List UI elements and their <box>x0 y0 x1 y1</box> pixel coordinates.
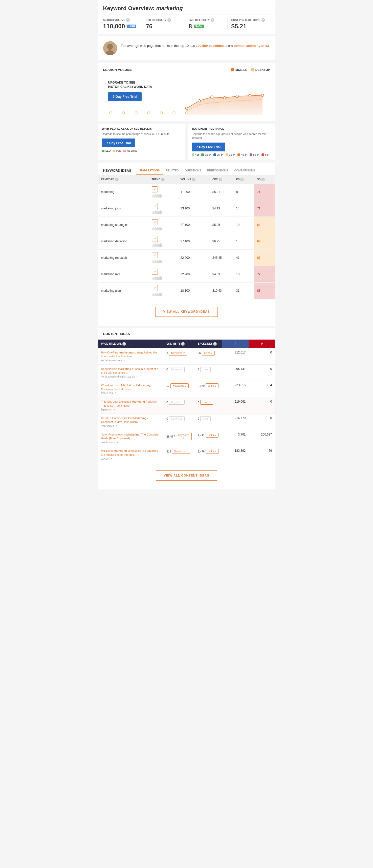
links-button[interactable]: Links ∨ <box>200 400 213 405</box>
keywords-button[interactable]: Keywords ∨ <box>172 449 190 454</box>
keyword-link-icon[interactable]: ↗ <box>152 269 158 275</box>
visits-cell: 0 Keywords <box>163 413 195 430</box>
view-all-keywords-button[interactable]: VIEW ALL KEYWORD IDEAS <box>155 307 218 317</box>
seo-difficulty-info-icon[interactable]: ? <box>167 18 171 22</box>
pd-col-info[interactable]: ? <box>240 178 244 181</box>
chart-trial-button[interactable]: 7-Day Free Trial <box>108 92 142 101</box>
svg-point-16 <box>173 112 175 114</box>
volume-cell: 18,100 <box>177 282 209 299</box>
col-facebook: f <box>222 340 248 348</box>
svg-point-8 <box>236 95 238 97</box>
facebook-cell: 216,770 <box>222 413 248 430</box>
keyword-link-icon[interactable]: ↗ <box>152 203 158 209</box>
tab-related[interactable]: RELATED <box>163 166 181 175</box>
keyword-cell: marketing jobs <box>98 200 149 216</box>
page-url: forbes.com ↗ <box>101 392 161 395</box>
table-row: marketing research ↗ 22,200 $45.45 41 67 <box>98 249 275 266</box>
keyword-tabs: SUGGESTIONS RELATED QUESTIONS PREPOSITIO… <box>136 166 258 175</box>
tab-questions[interactable]: QUESTIONS <box>182 166 204 175</box>
table-row: Head Of Commercial And Marketing - Conna… <box>98 413 275 430</box>
trend-col-info[interactable]: ? <box>161 178 165 181</box>
page-title-link[interactable]: Need flexible marketing or admin support… <box>101 367 161 375</box>
page-title-cell: Head Of Commercial And Marketing - Conna… <box>98 413 164 430</box>
svg-point-15 <box>160 112 163 114</box>
page-title-col-info[interactable]: ? <box>123 342 126 346</box>
keywords-button[interactable]: Keywords ∨ <box>169 351 187 355</box>
age-box: SEARCHERS' AGE RANGE Upgrade to see the … <box>188 124 275 160</box>
links-button[interactable]: Links ∨ <box>206 433 218 438</box>
page-url: irishrugby.ie ↗ <box>101 425 161 427</box>
pinterest-cell: 0 <box>248 364 275 381</box>
external-icon: ↗ <box>110 457 112 460</box>
col-sd: SD ? <box>254 175 275 184</box>
keywords-button-disabled: Keywords <box>169 400 184 405</box>
visits-cell: 3 Keywords ∨ <box>163 348 195 364</box>
page-title-link[interactable]: Color Psychology in Marketing: The Compl… <box>101 433 161 441</box>
svg-point-13 <box>135 112 137 114</box>
cpc-col-info[interactable]: ? <box>218 178 222 181</box>
tab-suggestions[interactable]: SUGGESTIONS <box>136 166 163 175</box>
pd-cell: 1 <box>233 233 254 249</box>
keyword-cell: marketing strategies <box>98 216 149 233</box>
page-title-link[interactable]: How OnePlus' marketing strategy helped t… <box>101 351 161 359</box>
sd-cell: 77 <box>254 266 275 282</box>
facebook-cell: 219,061 <box>222 397 248 414</box>
svg-point-11 <box>109 112 112 114</box>
pd-cell: 8 <box>233 184 254 200</box>
age-trial-button[interactable]: 7-Day Free Trial <box>192 143 225 151</box>
trend-cell: ↗ <box>149 200 177 216</box>
keyword-link-icon[interactable]: ↗ <box>152 252 158 258</box>
cpc-info-icon[interactable]: ? <box>262 18 265 22</box>
clicks-trial-button[interactable]: 7-Day Free Trial <box>102 138 136 147</box>
metric-paid-difficulty: PAID DIFFICULTY ? 8 EASY <box>185 18 228 30</box>
tab-prepositions[interactable]: PREPOSITIONS <box>204 166 231 175</box>
sd-col-info[interactable]: ? <box>261 178 265 181</box>
visits-cell: 28,477 Keywords ∨ <box>163 430 195 446</box>
keyword-link-icon[interactable]: ↗ <box>152 236 158 242</box>
visits-cell: 0 Keywords <box>163 397 195 414</box>
volume-col-info[interactable]: ? <box>192 178 196 181</box>
table-row: marketing plan ↗ 18,100 $10.43 31 83 <box>98 282 275 299</box>
keywords-button[interactable]: Keywords ∨ <box>176 433 192 440</box>
sd-cell: 64 <box>254 216 275 233</box>
external-icon: ↗ <box>113 408 115 411</box>
keyword-col-info[interactable]: ? <box>115 178 118 181</box>
search-volume-info-icon[interactable]: ? <box>126 18 130 22</box>
domain-authority-link[interactable]: domain authority of 83 <box>234 44 269 48</box>
col-backlinks: BACKLINKS ? <box>195 340 222 348</box>
page-title-cell: Color Psychology in Marketing: The Compl… <box>98 430 164 446</box>
cpc-cell: $6.25 <box>209 233 233 249</box>
paid-difficulty-info-icon[interactable]: ? <box>211 18 214 22</box>
volume-cell: 22,200 <box>177 249 209 266</box>
pd-cell: 10 <box>233 266 254 282</box>
backlinks-cell: 1,741 Links ∨ <box>195 430 222 446</box>
pinterest-cell: 0 <box>248 397 275 414</box>
keywords-button[interactable]: Keywords ∨ <box>170 383 189 388</box>
cpc-cell: $4.69 <box>209 266 233 282</box>
links-button[interactable]: Links ∨ <box>206 383 218 388</box>
page-title-link[interactable]: Head Of Commercial And Marketing - Conna… <box>101 416 161 424</box>
links-button[interactable]: Links ∨ <box>202 351 215 355</box>
volume-cell: 22,200 <box>177 266 209 282</box>
keyword-link-icon[interactable]: ↗ <box>152 186 158 192</box>
page-title-cell: How OnePlus' marketing strategy helped t… <box>98 348 164 364</box>
keyword-link-icon[interactable]: ↗ <box>152 285 158 291</box>
col-est-visits: EST. VISITS ? <box>163 340 195 348</box>
links-button[interactable]: Links ∨ <box>206 449 218 454</box>
trend-cell: ↗ <box>149 184 177 200</box>
keyword-ideas-section: KEYWORD IDEAS SUGGESTIONS RELATED QUESTI… <box>98 162 275 326</box>
backlinks-col-info[interactable]: ? <box>213 342 217 346</box>
est-visits-col-info[interactable]: ? <box>181 342 184 346</box>
page-title-link[interactable]: This Guy Just Explained Marketing Perfec… <box>101 400 161 408</box>
tab-comparisons[interactable]: COMPARISONS <box>231 166 258 175</box>
page-title-link[interactable]: Multilevel-marketing companies like LuLa… <box>101 449 161 457</box>
view-all-content-button[interactable]: VIEW ALL CONTENT IDEAS <box>156 470 217 480</box>
page-title-link[interactable]: Would You Join A Multi-Level Marketing C… <box>101 383 161 391</box>
backlinks-link[interactable]: 100,509 backlinks <box>196 44 224 48</box>
sd-cell: 76 <box>254 184 275 200</box>
table-row: How OnePlus' marketing strategy helped t… <box>98 348 275 364</box>
content-ideas-title: CONTENT IDEAS <box>98 328 275 340</box>
col-cpc: CPC ? <box>209 175 233 184</box>
table-row: marketing strategies ↗ 27,100 $5.05 19 6… <box>98 216 275 233</box>
keyword-link-icon[interactable]: ↗ <box>152 219 158 225</box>
